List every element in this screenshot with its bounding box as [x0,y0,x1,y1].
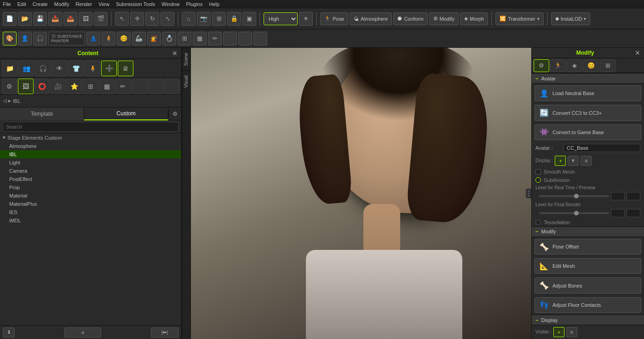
tessellation-radio[interactable] [535,220,541,225]
move-button[interactable]: ✛ [130,12,144,26]
ci-add-figure[interactable]: ➕ [101,61,117,76]
rit-morph[interactable]: ◈ [567,59,582,72]
ci-blank2[interactable] [148,79,163,94]
ci-circle[interactable]: ⭕ [34,79,50,94]
checkerboard-btn[interactable]: ▦ [193,32,207,45]
rit-sliders[interactable]: ⚙ [534,59,549,72]
avatar-field-input[interactable] [564,144,640,152]
conform-button[interactable]: ⬢ Conform [393,12,427,25]
sun-button[interactable]: ☀ [299,12,313,26]
export-button[interactable]: 📤 [63,12,77,26]
morph-button[interactable]: ◈ Morph [460,12,488,25]
substance-btn[interactable]: ⚫ SUBSTANCEPAINTER [48,32,85,45]
modify-collapse-icon[interactable]: − [535,229,538,234]
display-btn-plus[interactable]: + [555,156,566,166]
tab-custom[interactable]: Custom [84,107,168,120]
viewport[interactable] [191,48,531,339]
render-image-button[interactable]: 🖼 [79,12,92,26]
tab-settings-icon[interactable]: ⚙ [168,111,181,117]
ci-video[interactable]: 🎥 [51,79,66,94]
ci-image[interactable]: 🖼 [18,79,33,94]
hair-btn[interactable]: 💇 [147,32,161,45]
render-video-button[interactable]: 🎬 [94,12,108,26]
ci-checkerboard[interactable]: ▦ [99,79,115,94]
list-item[interactable]: IBL [0,150,181,158]
content-close-icon[interactable]: ✕ [172,50,178,57]
menu-help[interactable]: Help [209,1,219,7]
ci-pen[interactable]: ✏ [115,79,131,94]
menu-render[interactable]: Render [75,1,92,7]
tab-template[interactable]: Template [0,107,84,120]
left-bottom-import[interactable]: |⬌| [151,328,178,338]
search-input[interactable] [3,122,178,132]
list-item[interactable]: Prop [0,183,181,192]
ci-people[interactable]: 👥 [18,61,34,76]
import-button[interactable]: 📥 [48,12,62,26]
headphone-btn[interactable]: 🎧 [33,32,47,45]
adjust-floor-contacts-button[interactable]: 👣 Adjust Floor Contacts [535,297,641,313]
select-button[interactable]: ↖ [115,12,129,26]
frame-button[interactable]: ▣ [242,12,256,26]
list-item[interactable]: IES [0,208,181,216]
blank2-btn[interactable] [238,32,252,45]
ci-headphone[interactable]: 🎧 [35,61,51,76]
rit-run[interactable]: 🏃 [550,59,566,72]
final-spin2[interactable] [627,209,640,217]
lock-button[interactable]: 🔒 [227,12,241,26]
accessory-btn[interactable]: 💍 [162,32,176,45]
rotate-button[interactable]: ↻ [145,12,159,26]
transformer-button[interactable]: 🔀 Transformer ▾ [495,12,544,25]
ci-blank1[interactable] [132,79,147,94]
grid-button[interactable]: ⊞ [212,12,226,26]
ci-clothes[interactable]: 👕 [68,61,84,76]
menu-file[interactable]: File [3,1,11,7]
ci-settings[interactable]: ⚙ [2,79,17,94]
grid2-btn[interactable]: ⊞ [178,32,191,45]
save-button[interactable]: 💾 [33,12,47,26]
menu-modify[interactable]: Modify [54,1,69,7]
left-bottom-down[interactable]: ⬇ [3,328,15,338]
list-item[interactable]: Material [0,192,181,200]
display-btn-down[interactable]: ▾ [568,156,579,166]
color-btn[interactable]: 🎨 [3,32,17,45]
menu-plugins[interactable]: Plugins [186,1,202,7]
ci-figure[interactable]: 🧍 [85,61,100,76]
list-item[interactable]: Atmosphere [0,142,181,150]
camera-button[interactable]: 📷 [197,12,211,26]
menu-view[interactable]: View [98,1,109,7]
edit-mesh-button[interactable]: 📐 Edit Mesh [535,258,641,274]
ci-eye[interactable]: 👁 [52,61,67,76]
face-btn[interactable]: 😊 [117,32,131,45]
rit-face[interactable]: 😊 [583,59,599,72]
display-collapse-icon[interactable]: − [535,317,538,323]
figure-btn[interactable]: 👤 [18,32,32,45]
blank1-btn[interactable] [223,32,237,45]
instalod-button[interactable]: ◆ InstaLOD ▾ [551,12,590,25]
list-item[interactable]: MaterialPlus [0,200,181,208]
atmosphere-button[interactable]: 🌤 Atmosphere [350,12,392,25]
subdivision-radio[interactable] [535,177,541,183]
final-render-slider[interactable] [539,212,609,214]
avatar2-btn[interactable]: 🧍 [102,32,115,45]
convert-game-base-button[interactable]: 👾 Convert to Game Base [535,124,641,140]
new-button[interactable]: 📄 [3,12,17,26]
realtime-spin[interactable] [611,192,625,200]
left-bottom-add[interactable]: + [64,328,101,338]
list-item[interactable]: iMDL [0,216,181,225]
convert-cc3-button[interactable]: 🔄 Convert CC3 to CC3+ [535,105,641,120]
viewport-collapse-handle[interactable] [526,189,531,198]
visible-btn-plus[interactable]: + [553,327,564,337]
blank3-btn[interactable] [253,32,267,45]
quality-select[interactable]: Low Medium High Ultra [264,12,298,25]
final-spin[interactable] [611,209,625,217]
right-panel-close-icon[interactable]: ✕ [635,49,640,56]
motion-btn[interactable]: 🦾 [132,32,146,45]
list-item[interactable]: PostEffect [0,175,181,183]
list-item[interactable]: Light [0,158,181,167]
back-button[interactable]: ◁ [3,98,6,104]
menu-edit[interactable]: Edit [17,1,26,7]
visual-tab[interactable]: Visual [182,70,190,92]
ci-folder[interactable]: 📁 [2,61,17,76]
menu-create[interactable]: Create [33,1,48,7]
tree-group-header[interactable]: ▾ Stage Elements Custom [0,133,181,142]
